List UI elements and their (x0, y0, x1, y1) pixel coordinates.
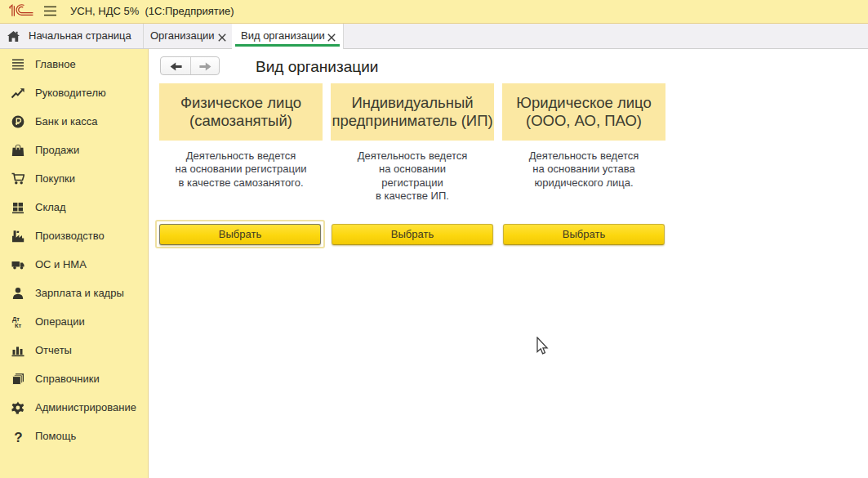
svg-text:Кт: Кт (15, 322, 22, 328)
svg-text:?: ? (14, 430, 22, 443)
